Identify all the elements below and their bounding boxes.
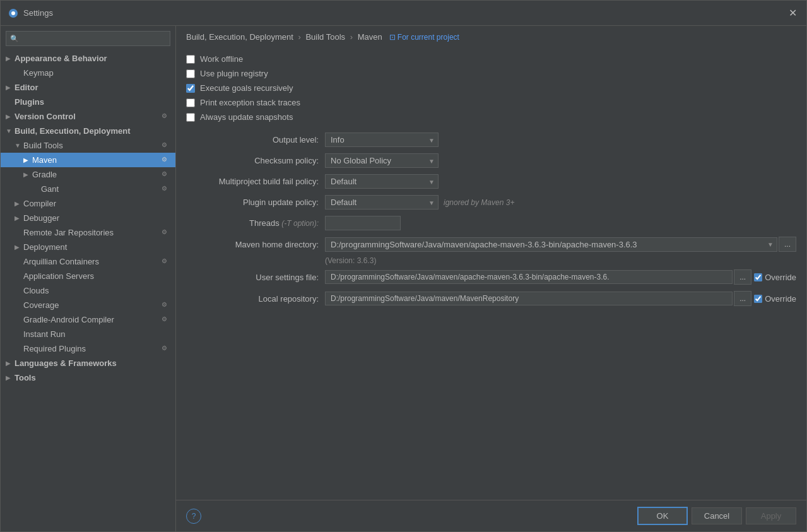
sidebar-item-label: Version Control <box>15 112 159 121</box>
work-offline-row: Work offline <box>186 52 796 66</box>
breadcrumb-sep2: › <box>350 32 353 42</box>
sidebar-item-debugger[interactable]: ▶ Debugger <box>1 211 175 225</box>
multiproject-policy-select[interactable]: Default Fail At End Fail Never <box>325 174 439 189</box>
sidebar-item-gant[interactable]: Gant ⚙ <box>1 182 175 196</box>
gear-icon: ⚙ <box>162 345 170 353</box>
sidebar-item-label: Coverage <box>23 300 159 310</box>
user-settings-browse-button[interactable]: ... <box>734 269 751 285</box>
gear-icon: ⚙ <box>162 170 170 179</box>
sidebar-item-label: Appearance & Behavior <box>15 54 170 63</box>
arrow-icon: ▶ <box>6 374 15 381</box>
maven-home-select-wrapper: D:/programmingSoftware/Java/maven/apache… <box>325 237 777 252</box>
checksum-policy-row: Checksum policy: No Global Policy Strict… <box>186 150 796 171</box>
sidebar-item-editor[interactable]: ▶ Editor <box>1 80 175 95</box>
checksum-policy-label: Checksum policy: <box>186 156 325 165</box>
breadcrumb-part2: Build Tools <box>305 32 345 42</box>
cancel-button[interactable]: Cancel <box>692 507 742 524</box>
sidebar-item-plugins[interactable]: Plugins <box>1 95 175 109</box>
checksum-policy-select[interactable]: No Global Policy Strict Lax Ignore <box>325 153 439 168</box>
sidebar-item-languages[interactable]: ▶ Languages & Frameworks <box>1 356 175 370</box>
user-settings-row: User settings file: ... Override <box>186 266 796 288</box>
always-update-label: Always update snapshots <box>200 112 293 122</box>
sidebar-item-compiler[interactable]: ▶ Compiler <box>1 196 175 211</box>
output-level-label: Output level: <box>186 135 325 145</box>
sidebar-item-label: Remote Jar Repositories <box>23 228 159 237</box>
sidebar-item-tools[interactable]: ▶ Tools <box>1 370 175 385</box>
print-exception-checkbox[interactable] <box>186 98 195 107</box>
plugin-registry-row: Use plugin registry <box>186 66 796 81</box>
sidebar-item-label: Maven <box>32 155 159 165</box>
sidebar-item-label: Gant <box>41 184 159 194</box>
sidebar-item-build-tools[interactable]: ▼ Build Tools ⚙ <box>1 138 175 153</box>
breadcrumb-part1: Build, Execution, Deployment <box>186 32 293 42</box>
sidebar-item-label: Clouds <box>23 286 170 295</box>
local-repo-browse-button[interactable]: ... <box>734 291 751 306</box>
sidebar-item-label: Plugins <box>15 97 170 107</box>
ok-button[interactable]: OK <box>637 507 688 525</box>
main-panel: Build, Execution, Deployment › Build Too… <box>176 26 806 531</box>
sidebar-item-label: Instant Run <box>23 329 170 339</box>
work-offline-checkbox[interactable] <box>186 55 195 64</box>
local-repo-input[interactable] <box>325 292 733 305</box>
output-level-select[interactable]: Info Debug Warn Error <box>325 133 439 147</box>
always-update-checkbox[interactable] <box>186 113 195 122</box>
sidebar-item-gradle[interactable]: ▶ Gradle ⚙ <box>1 167 175 182</box>
print-exception-row: Print exception stack traces <box>186 95 796 110</box>
plugin-registry-checkbox[interactable] <box>186 69 195 78</box>
sidebar-item-label: Build Tools <box>23 141 159 150</box>
sidebar-item-gradle-android[interactable]: Gradle-Android Compiler ⚙ <box>1 312 175 327</box>
sidebar-item-deployment[interactable]: ▶ Deployment <box>1 240 175 254</box>
local-repo-override-checkbox[interactable] <box>754 295 762 303</box>
threads-label: Threads (-T option): <box>186 218 325 228</box>
search-input[interactable] <box>6 31 170 46</box>
sidebar-item-coverage[interactable]: Coverage ⚙ <box>1 298 175 312</box>
user-settings-override: Override <box>754 273 796 282</box>
threads-label-text: Threads <box>249 218 281 228</box>
output-level-row: Output level: Info Debug Warn Error ▼ <box>186 129 796 150</box>
close-button[interactable]: ✕ <box>786 7 799 20</box>
sidebar-item-required-plugins[interactable]: Required Plugins ⚙ <box>1 341 175 356</box>
sidebar-item-maven[interactable]: ▶ Maven ⚙ <box>1 153 175 167</box>
maven-home-select[interactable]: D:/programmingSoftware/Java/maven/apache… <box>325 237 777 252</box>
breadcrumb-sep1: › <box>298 32 300 42</box>
user-settings-override-checkbox[interactable] <box>754 273 762 281</box>
maven-version-text: (Version: 3.6.3) <box>186 255 796 266</box>
search-icon: 🔍 <box>10 35 19 43</box>
arrow-icon: ▶ <box>6 113 15 120</box>
gear-icon: ⚙ <box>162 301 170 310</box>
multiproject-policy-row: Multiproject build fail policy: Default … <box>186 171 796 192</box>
maven-home-browse-button[interactable]: ... <box>779 237 796 252</box>
gear-icon: ⚙ <box>162 112 170 121</box>
sidebar-item-label: Build, Execution, Deployment <box>15 126 170 136</box>
sidebar-item-appearance[interactable]: ▶ Appearance & Behavior <box>1 51 175 66</box>
sidebar-item-label: Compiler <box>23 199 170 208</box>
sidebar-item-keymap[interactable]: Keymap <box>1 66 175 80</box>
sidebar-item-instant-run[interactable]: Instant Run <box>1 327 175 341</box>
sidebar-item-build-exec[interactable]: ▼ Build, Execution, Deployment <box>1 124 175 138</box>
user-settings-field-group: ... Override <box>325 269 796 285</box>
sidebar-item-arquillian[interactable]: Arquillian Containers ⚙ <box>1 254 175 269</box>
sidebar-item-label: Arquillian Containers <box>23 257 159 266</box>
threads-input[interactable] <box>325 216 401 230</box>
work-offline-label: Work offline <box>200 54 243 64</box>
help-button[interactable]: ? <box>186 509 201 524</box>
user-settings-input[interactable] <box>325 270 733 284</box>
gear-icon: ⚙ <box>162 141 170 150</box>
arrow-icon: ▶ <box>15 215 23 222</box>
sidebar-item-label: Gradle <box>32 170 159 179</box>
sidebar-item-clouds[interactable]: Clouds <box>1 283 175 298</box>
local-repo-override-label: Override <box>765 294 796 304</box>
execute-goals-checkbox[interactable] <box>186 84 195 93</box>
sidebar-item-version-control[interactable]: ▶ Version Control ⚙ <box>1 109 175 124</box>
project-link[interactable]: ⊡ For current project <box>389 33 459 42</box>
plugin-update-select[interactable]: Default Always Never Daily <box>325 195 439 210</box>
sidebar-item-app-servers[interactable]: Application Servers <box>1 269 175 283</box>
plugin-registry-label: Use plugin registry <box>200 69 268 78</box>
arrow-icon: ▼ <box>6 127 15 134</box>
search-wrapper: 🔍 <box>6 31 170 46</box>
local-repo-override: Override <box>754 294 796 304</box>
apply-button[interactable]: Apply <box>746 507 796 524</box>
output-level-select-wrapper: Info Debug Warn Error ▼ <box>325 133 439 147</box>
sidebar-item-remote-jar[interactable]: Remote Jar Repositories ⚙ <box>1 225 175 240</box>
gear-icon: ⚙ <box>162 228 170 237</box>
